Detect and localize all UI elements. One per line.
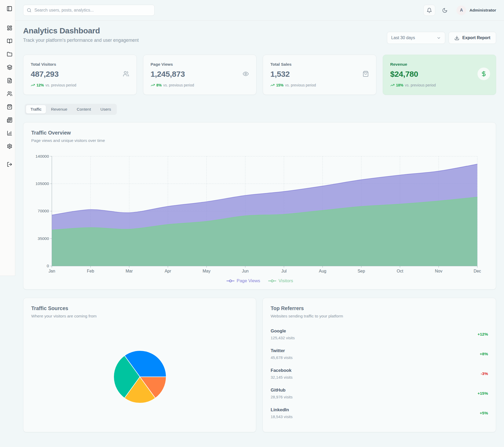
stat-delta-value: 18% bbox=[396, 83, 403, 87]
referrer-change: +5% bbox=[480, 411, 488, 415]
legend-label: Visitors bbox=[279, 278, 293, 284]
tab-revenue[interactable]: Revenue bbox=[46, 105, 72, 114]
stat-delta-value: 8% bbox=[156, 83, 162, 87]
date-range-select[interactable]: Last 30 days bbox=[387, 32, 445, 44]
tab-traffic[interactable]: Traffic bbox=[26, 105, 46, 114]
page-subtitle: Track your platform's performance and us… bbox=[23, 38, 139, 43]
referrer-row: GitHub 28,976 visits +15% bbox=[271, 385, 488, 401]
stat-value: $24,780 bbox=[390, 70, 489, 79]
download-icon bbox=[454, 35, 459, 40]
analytics-tabs: Traffic Revenue Content Users bbox=[25, 104, 117, 115]
sidebar-item-posts[interactable] bbox=[7, 78, 12, 83]
sidebar-item-settings[interactable] bbox=[7, 143, 12, 149]
legend-item[interactable]: Page Views bbox=[226, 278, 260, 284]
stat-card-total-visitors: Total Visitors 487,293 12% vs. previous … bbox=[23, 55, 137, 95]
stat-label: Total Sales bbox=[270, 62, 369, 67]
panel-left-icon[interactable] bbox=[7, 6, 12, 12]
referrer-visits: 28,976 visits bbox=[271, 395, 292, 399]
legend-line-icon bbox=[226, 279, 235, 282]
svg-text:Jun: Jun bbox=[242, 269, 249, 273]
traffic-overview-card: Traffic Overview Page views and unique v… bbox=[23, 122, 496, 290]
file-text-icon bbox=[7, 78, 12, 83]
avatar: A bbox=[456, 6, 466, 15]
svg-text:Mar: Mar bbox=[125, 269, 133, 273]
trending-up-icon bbox=[31, 83, 35, 87]
stat-value: 1,245,873 bbox=[151, 70, 249, 79]
svg-text:Nov: Nov bbox=[435, 269, 442, 273]
top-referrers-card: Top Referrers Websites sending traffic t… bbox=[262, 298, 496, 432]
stat-card-revenue: Revenue $24,780 18% vs. previous period bbox=[383, 55, 496, 95]
sources-subtitle: Where your visitors are coming from bbox=[31, 314, 97, 318]
referrer-visits: 18,543 visits bbox=[271, 414, 292, 419]
user-menu[interactable]: A Administrator bbox=[456, 6, 496, 15]
traffic-overview-chart: 03500070000105000140000JanFebMarAprMayJu… bbox=[23, 122, 496, 289]
export-report-button[interactable]: Export Report bbox=[449, 32, 496, 44]
svg-text:Oct: Oct bbox=[397, 269, 403, 273]
legend-line-icon bbox=[268, 279, 276, 282]
referrer-name: GitHub bbox=[271, 388, 292, 393]
referrer-row: Facebook 32,145 visits -3% bbox=[271, 366, 488, 382]
trending-up-icon bbox=[151, 83, 155, 87]
sidebar bbox=[0, 0, 15, 276]
referrer-change: +15% bbox=[477, 391, 488, 396]
legend-item[interactable]: Visitors bbox=[268, 278, 293, 284]
stat-delta-note: vs. previous period bbox=[285, 83, 316, 87]
svg-text:105000: 105000 bbox=[35, 181, 49, 186]
chevron-down-icon bbox=[437, 36, 441, 40]
svg-text:Jan: Jan bbox=[49, 269, 55, 273]
topbar: A Administrator bbox=[15, 0, 504, 21]
referrer-row: LinkedIn 18,543 visits +5% bbox=[271, 405, 488, 421]
svg-text:140000: 140000 bbox=[35, 154, 49, 158]
sidebar-item-docs[interactable] bbox=[7, 38, 12, 44]
stat-label: Total Visitors bbox=[31, 62, 129, 67]
stat-cards: Total Visitors 487,293 12% vs. previous … bbox=[23, 55, 496, 95]
tab-users[interactable]: Users bbox=[96, 105, 116, 114]
user-name: Administrator bbox=[469, 8, 496, 13]
notifications-button[interactable] bbox=[423, 5, 435, 16]
settings-icon bbox=[7, 143, 12, 149]
stat-value: 487,293 bbox=[31, 70, 129, 79]
chart-legend: Page ViewsVisitors bbox=[23, 278, 496, 284]
moon-icon bbox=[442, 8, 448, 13]
stat-delta-value: 15% bbox=[276, 83, 284, 87]
sidebar-item-logout[interactable] bbox=[7, 162, 12, 167]
sidebar-item-news[interactable] bbox=[7, 117, 12, 123]
referrer-visits: 45,678 visits bbox=[271, 355, 292, 360]
book-open-icon bbox=[7, 38, 12, 44]
trending-up-icon bbox=[390, 83, 395, 87]
sidebar-item-users[interactable] bbox=[7, 91, 12, 96]
referrer-name: Twitter bbox=[271, 348, 292, 353]
date-range-value: Last 30 days bbox=[391, 35, 415, 40]
trending-up-icon bbox=[270, 83, 275, 87]
referrers-subtitle: Websites sending traffic to your platfor… bbox=[271, 314, 343, 318]
sidebar-item-files[interactable] bbox=[7, 52, 12, 57]
shopping-bag-icon bbox=[7, 104, 12, 110]
referrer-visits: 125,432 visits bbox=[271, 336, 295, 340]
sidebar-item-layers[interactable] bbox=[7, 65, 12, 70]
folder-icon bbox=[7, 52, 12, 57]
referrer-name: Facebook bbox=[271, 368, 292, 373]
referrer-visits: 32,145 visits bbox=[271, 375, 292, 379]
eye-icon bbox=[243, 71, 249, 77]
svg-text:Feb: Feb bbox=[87, 269, 94, 273]
tab-content[interactable]: Content bbox=[72, 105, 95, 114]
referrer-row: Google 125,432 visits +12% bbox=[271, 326, 488, 342]
sidebar-item-dashboard[interactable] bbox=[7, 25, 12, 31]
stat-card-page-views: Page Views 1,245,873 8% vs. previous per… bbox=[143, 55, 257, 95]
sidebar-item-orders[interactable] bbox=[7, 104, 12, 110]
svg-text:Aug: Aug bbox=[319, 269, 326, 273]
sidebar-item-analytics[interactable] bbox=[7, 130, 12, 136]
shopping-bag-icon bbox=[363, 71, 369, 77]
svg-text:70000: 70000 bbox=[38, 209, 49, 213]
dollar-sign-icon bbox=[477, 68, 490, 80]
users-icon bbox=[7, 91, 12, 96]
stat-value: 1,532 bbox=[270, 70, 369, 79]
traffic-sources-card: Traffic Sources Where your visitors are … bbox=[23, 298, 256, 432]
svg-text:Dec: Dec bbox=[474, 269, 481, 273]
search-input[interactable] bbox=[34, 8, 151, 13]
theme-toggle-button[interactable] bbox=[439, 5, 451, 16]
chart-column-icon bbox=[7, 130, 12, 136]
svg-text:Sep: Sep bbox=[358, 269, 365, 273]
newspaper-icon bbox=[7, 117, 12, 123]
referrer-name: Google bbox=[271, 328, 295, 334]
